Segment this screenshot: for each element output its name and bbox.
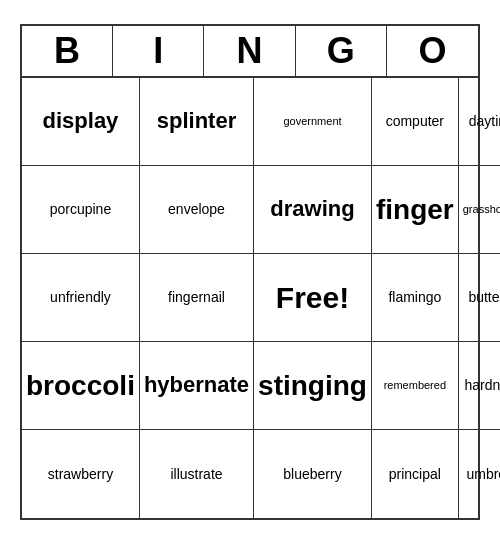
- cell-text: splinter: [157, 108, 236, 134]
- cell-text: daytime: [469, 113, 500, 130]
- cell-text: computer: [386, 113, 444, 130]
- bingo-grid: displaysplintergovernmentcomputerdaytime…: [22, 78, 478, 518]
- cell-text: umbrella: [466, 466, 500, 483]
- cell-text: envelope: [168, 201, 225, 218]
- bingo-cell: hardness: [459, 342, 500, 430]
- bingo-cell: finger: [372, 166, 459, 254]
- bingo-cell: grasshopper: [459, 166, 500, 254]
- cell-text: stinging: [258, 369, 367, 403]
- bingo-cell: daytime: [459, 78, 500, 166]
- bingo-cell: umbrella: [459, 430, 500, 518]
- cell-text: blueberry: [283, 466, 341, 483]
- bingo-cell: Free!: [254, 254, 372, 342]
- cell-text: hybernate: [144, 372, 249, 398]
- cell-text: display: [43, 108, 119, 134]
- cell-text: finger: [376, 193, 454, 227]
- header-letter: I: [113, 26, 204, 76]
- header-letter: O: [387, 26, 478, 76]
- header-letter: B: [22, 26, 113, 76]
- header-letter: G: [296, 26, 387, 76]
- cell-text: unfriendly: [50, 289, 111, 306]
- bingo-cell: blueberry: [254, 430, 372, 518]
- bingo-card: BINGO displaysplintergovernmentcomputerd…: [20, 24, 480, 520]
- bingo-header: BINGO: [22, 26, 478, 78]
- bingo-cell: splinter: [140, 78, 254, 166]
- bingo-cell: porcupine: [22, 166, 140, 254]
- header-letter: N: [204, 26, 295, 76]
- bingo-cell: drawing: [254, 166, 372, 254]
- cell-text: remembered: [384, 379, 446, 392]
- bingo-cell: fingernail: [140, 254, 254, 342]
- bingo-cell: envelope: [140, 166, 254, 254]
- cell-text: flamingo: [388, 289, 441, 306]
- bingo-cell: principal: [372, 430, 459, 518]
- bingo-cell: hybernate: [140, 342, 254, 430]
- bingo-cell: strawberry: [22, 430, 140, 518]
- bingo-cell: flamingo: [372, 254, 459, 342]
- cell-text: broccoli: [26, 369, 135, 403]
- bingo-cell: unfriendly: [22, 254, 140, 342]
- cell-text: fingernail: [168, 289, 225, 306]
- bingo-cell: display: [22, 78, 140, 166]
- bingo-cell: government: [254, 78, 372, 166]
- cell-text: hardness: [465, 377, 500, 394]
- cell-text: butterfly: [468, 289, 500, 306]
- cell-text: principal: [389, 466, 441, 483]
- bingo-cell: computer: [372, 78, 459, 166]
- cell-text: government: [283, 115, 341, 128]
- cell-text: Free!: [276, 280, 349, 316]
- bingo-cell: stinging: [254, 342, 372, 430]
- cell-text: illustrate: [170, 466, 222, 483]
- bingo-cell: butterfly: [459, 254, 500, 342]
- cell-text: drawing: [270, 196, 354, 222]
- cell-text: porcupine: [50, 201, 112, 218]
- bingo-cell: remembered: [372, 342, 459, 430]
- bingo-cell: illustrate: [140, 430, 254, 518]
- bingo-cell: broccoli: [22, 342, 140, 430]
- cell-text: grasshopper: [463, 203, 500, 216]
- cell-text: strawberry: [48, 466, 113, 483]
